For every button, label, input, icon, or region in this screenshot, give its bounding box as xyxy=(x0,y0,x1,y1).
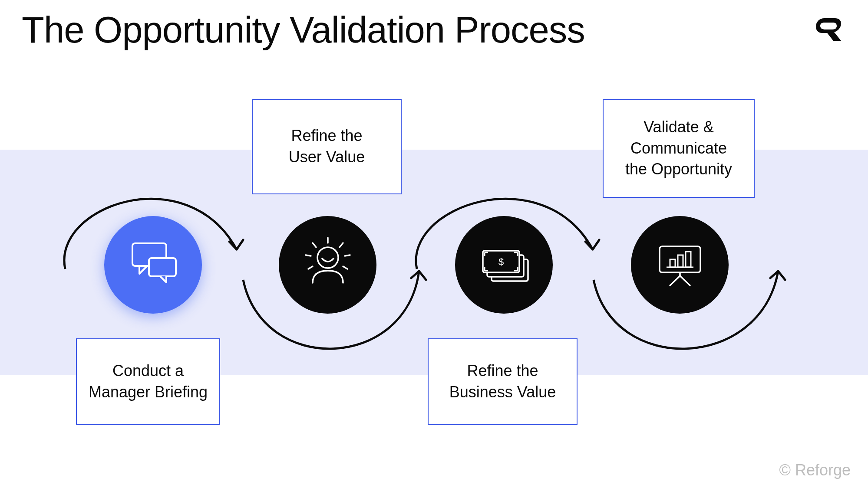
copyright-footer: © Reforge xyxy=(779,461,851,479)
step-label: Validate & Communicate the Opportunity xyxy=(625,117,732,180)
step-box-2: Refine the User Value xyxy=(252,99,402,194)
step-box-4: Validate & Communicate the Opportunity xyxy=(603,99,755,198)
arc-1-top xyxy=(56,171,248,280)
arc-4-bottom xyxy=(587,254,787,362)
step-label: Refine the Business Value xyxy=(449,360,556,403)
step-label: Conduct a Manager Briefing xyxy=(89,360,208,403)
page-title: The Opportunity Validation Process xyxy=(22,9,585,51)
step-box-1: Conduct a Manager Briefing xyxy=(76,338,220,425)
reforge-logo-icon xyxy=(816,18,842,43)
svg-line-4 xyxy=(313,243,316,247)
arc-2-bottom xyxy=(237,254,428,362)
svg-line-5 xyxy=(340,243,343,247)
step-box-3: Refine the Business Value xyxy=(428,338,578,425)
step-label: Refine the User Value xyxy=(289,125,365,167)
arc-3-top xyxy=(408,171,604,280)
